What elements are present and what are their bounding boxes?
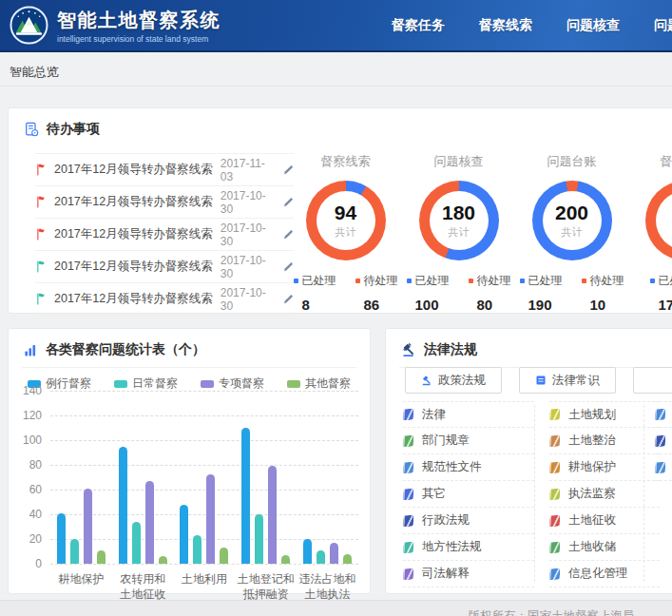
law-item-label: 地方性法规 <box>422 539 482 555</box>
bar-其他督察 <box>281 555 290 564</box>
nav-item-problem-ledger[interactable]: 问题台账 <box>654 17 672 34</box>
processed-dot <box>294 279 298 283</box>
todo-date: 2017-10-30 <box>221 189 271 216</box>
donut-total-value: 94 <box>335 202 356 224</box>
nav-item-problem-check[interactable]: 问题核查 <box>566 17 620 34</box>
todo-list: 2017年12月领导转办督察线索 2017-11-03 2017年12月领导转办… <box>35 153 294 316</box>
donut-chart-supervision-tasks: 督察任务 已处理175 <box>628 153 672 313</box>
y-tick-label: 40 <box>13 508 42 521</box>
y-tick-label: 140 <box>13 384 42 397</box>
nav-item-supervision-clues[interactable]: 督察线索 <box>479 17 532 34</box>
donut-ring <box>645 181 672 260</box>
law-item-label: 司法解释 <box>422 566 470 582</box>
book-icon <box>403 461 414 473</box>
pending-value: 80 <box>469 297 511 313</box>
law-item[interactable]: 行政法规 <box>403 508 534 534</box>
donut-title: 督察任务 <box>628 153 672 170</box>
y-tick-label: 80 <box>13 458 42 472</box>
clipboard-icon <box>24 122 39 137</box>
flag-icon <box>35 196 47 208</box>
pending-value: 10 <box>582 297 624 313</box>
processed-value: 190 <box>520 297 563 313</box>
legend-swatch <box>287 380 300 388</box>
bar-专项督察 <box>330 543 338 564</box>
law-item-label: 执法监察 <box>568 486 616 502</box>
bar-其他督察 <box>343 554 352 564</box>
processed-label: 已处理 <box>528 273 563 289</box>
bar-例行督察 <box>57 513 66 564</box>
processed-label: 已处理 <box>659 273 672 289</box>
todo-date: 2017-10-30 <box>221 221 271 248</box>
processed-value: 175 <box>650 297 672 313</box>
todo-item[interactable]: 2017年12月领导转办督察线索 2017-10-30 <box>35 283 294 316</box>
law-item[interactable]: 司法解释 <box>403 561 534 587</box>
flag-icon <box>35 260 47 273</box>
page-title: 智能总览 <box>10 64 59 81</box>
book-icon <box>403 514 414 527</box>
law-item[interactable]: 地方性法规 <box>403 534 534 561</box>
donut-center: 180 共计 <box>430 191 489 250</box>
bar-group: 土地利用 <box>180 474 228 564</box>
app-header: 智能土地督察系统 intelligent supervision of stat… <box>0 0 672 52</box>
law-item[interactable] <box>655 454 672 481</box>
pending-dot <box>355 279 360 283</box>
todo-item[interactable]: 2017年12月领导转办督察线索 2017-10-30 <box>35 251 294 283</box>
book-icon <box>655 409 666 421</box>
bar-专项督察 <box>145 481 154 564</box>
book-icon <box>549 461 561 473</box>
legend-item[interactable]: 其他督察 <box>287 375 351 392</box>
donut-title: 问题核查 <box>402 153 515 170</box>
todo-date: 2017-11-03 <box>221 157 271 183</box>
tab-label: 法律常识 <box>552 373 600 389</box>
law-item[interactable] <box>655 428 672 454</box>
donut-legend: 已处理100 待处理80 <box>402 273 515 313</box>
law-item-label: 土地规划 <box>568 407 616 423</box>
book-icon <box>655 434 666 447</box>
pending-dot <box>582 279 586 283</box>
law-item[interactable]: 规范性文件 <box>403 454 534 481</box>
legend-label: 日常督察 <box>132 375 178 392</box>
legend-item[interactable]: 专项督察 <box>201 375 264 392</box>
legend-label: 其他督察 <box>305 375 351 392</box>
app-title: 智能土地督察系统 <box>57 8 221 33</box>
gavel-icon <box>401 342 416 357</box>
logo-text: 智能土地督察系统 intelligent supervision of stat… <box>57 8 221 44</box>
tab-legal-knowledge[interactable]: 法律常识 <box>519 367 616 394</box>
legend-label: 专项督察 <box>219 375 264 392</box>
nav-item-supervision-tasks[interactable]: 督察任务 <box>392 17 445 34</box>
donut-center <box>656 191 672 250</box>
bar-group: 耕地保护 <box>57 489 106 564</box>
flag-icon <box>35 228 47 241</box>
bar-例行督察 <box>180 505 188 564</box>
tab-policy-regulations[interactable]: 政策法规 <box>405 367 502 394</box>
processed-dot <box>520 279 525 283</box>
legend-item[interactable]: 日常督察 <box>114 375 178 392</box>
donut-legend: 已处理190 待处理10 <box>515 273 628 313</box>
law-item[interactable]: 法律 <box>403 401 534 428</box>
bar-日常督察 <box>132 522 141 564</box>
viewport: 智能土地督察系统 intelligent supervision of stat… <box>0 0 672 616</box>
donut-total-label: 共计 <box>336 225 356 240</box>
logo: 智能土地督察系统 intelligent supervision of stat… <box>10 6 221 45</box>
donut-center: 94 共计 <box>317 191 375 250</box>
todo-item[interactable]: 2017年12月领导转办督察线索 2017-11-03 <box>35 154 294 186</box>
book-icon <box>403 488 414 500</box>
book-icon <box>549 488 561 500</box>
law-item[interactable] <box>655 401 672 428</box>
law-item-label: 信息化管理 <box>568 566 628 582</box>
bar-日常督察 <box>317 550 325 564</box>
law-item[interactable]: 部门规章 <box>403 428 534 454</box>
law-item-label: 法律 <box>422 407 446 423</box>
bar-group: 土地登记和 抵押融资 <box>241 428 290 564</box>
todo-item[interactable]: 2017年12月领导转办督察线索 2017-10-30 <box>35 219 294 251</box>
processed-label: 已处理 <box>415 273 450 289</box>
book-icon <box>403 434 414 447</box>
tab-cut-off[interactable] <box>633 367 672 394</box>
law-panel-title: 法律法规 <box>424 341 477 358</box>
todo-item[interactable]: 2017年12月领导转办督察线索 2017-10-30 <box>35 186 294 219</box>
law-item[interactable]: 其它 <box>403 481 534 508</box>
processed-dot <box>650 279 655 283</box>
law-column-3 <box>655 401 672 481</box>
law-tabs: 政策法规 法律常识 <box>405 367 672 394</box>
todo-text: 2017年12月领导转办督察线索 <box>54 194 213 210</box>
